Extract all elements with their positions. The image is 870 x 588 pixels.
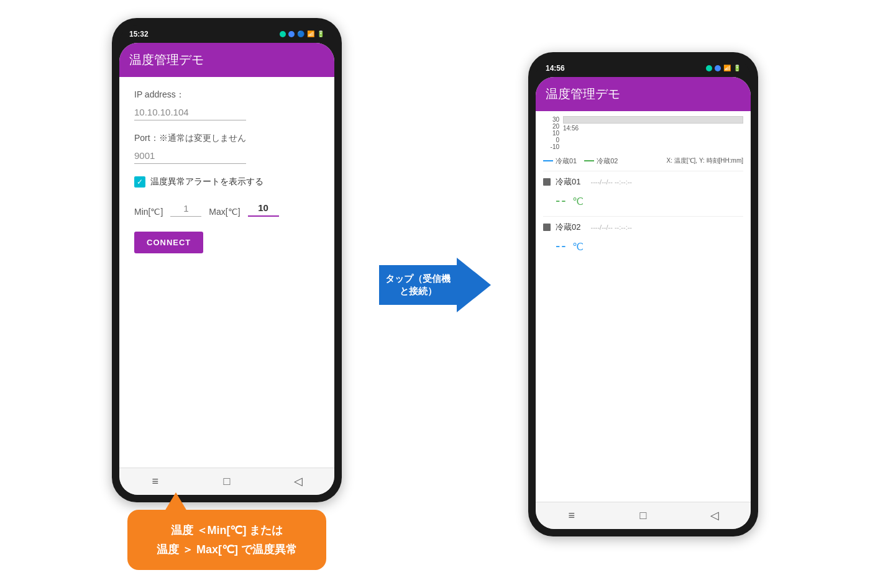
connect-button[interactable]: CONNECT bbox=[134, 232, 203, 253]
grid-cell bbox=[692, 122, 717, 123]
right-app-title: 温度管理デモ bbox=[546, 87, 620, 101]
chart-legend: 冷蔵01 冷蔵02 bbox=[543, 154, 618, 168]
left-status-icons: 🔵 📶 🔋 bbox=[280, 30, 324, 37]
grid-cell bbox=[640, 122, 666, 123]
sensor2-temp-unit: ℃ bbox=[572, 242, 585, 252]
y-label-30: 30 bbox=[543, 116, 559, 123]
sensor2-section: 冷蔵02 ----/--/-- --:--:-- -- ℃ bbox=[543, 216, 743, 261]
status-bluetooth: 🔵 bbox=[297, 30, 304, 37]
right-status-battery: 🔋 bbox=[733, 65, 741, 71]
chart-axis-label: X: 温度[℃], Y: 時刻[HH:mm] bbox=[667, 156, 743, 165]
ip-input[interactable] bbox=[134, 104, 246, 120]
y-axis: 30 20 10 0 -10 bbox=[543, 116, 562, 150]
status-dot-blue bbox=[288, 31, 295, 37]
grid-cell bbox=[564, 122, 589, 123]
min-input[interactable] bbox=[170, 201, 201, 217]
arrow-container: タップ（受信機と接続） bbox=[379, 258, 491, 312]
y-label-20: 20 bbox=[543, 123, 559, 130]
arrow-label: タップ（受信機と接続） bbox=[384, 273, 452, 297]
arrow-body: タップ（受信機と接続） bbox=[379, 265, 457, 305]
y-label-10: 10 bbox=[543, 130, 559, 137]
port-label: Port：※通常は変更しません bbox=[134, 133, 319, 144]
chart-grid bbox=[563, 116, 743, 124]
min-label: Min[℃] bbox=[134, 207, 163, 217]
minmax-row: Min[℃] Max[℃] bbox=[134, 200, 319, 217]
right-status-dot-blue bbox=[715, 65, 721, 71]
sensor1-temp-value: -- bbox=[556, 192, 567, 208]
nav-back-icon[interactable]: ◁ bbox=[289, 474, 308, 488]
grid-cell bbox=[666, 122, 692, 123]
sensor1-section: 冷蔵01 ----/--/-- --:--:-- -- ℃ bbox=[543, 171, 743, 216]
status-wifi: 📶 bbox=[307, 30, 314, 37]
left-section: 15:32 🔵 📶 🔋 温度管理デモ IP address： Port：※通常は… bbox=[112, 18, 342, 570]
grid-cell bbox=[615, 122, 640, 123]
legend-line-blue bbox=[543, 160, 553, 161]
nav-home-icon[interactable]: □ bbox=[218, 475, 236, 488]
y-label-n10: -10 bbox=[543, 143, 559, 150]
right-status-wifi: 📶 bbox=[723, 65, 731, 71]
sensor1-date: ----/--/-- --:--:-- bbox=[590, 178, 632, 186]
sensor1-temp: -- ℃ bbox=[543, 190, 743, 211]
legend-label-2: 冷蔵02 bbox=[597, 156, 618, 166]
left-app-content: IP address： Port：※通常は変更しません ✓ 温度異常アラートを表… bbox=[119, 77, 334, 468]
alert-checkbox-label: 温度異常アラートを表示する bbox=[150, 176, 263, 188]
checkmark-icon: ✓ bbox=[137, 178, 143, 186]
legend-label-1: 冷蔵01 bbox=[556, 156, 577, 166]
sensor2-temp-value: -- bbox=[556, 238, 567, 253]
status-battery: 🔋 bbox=[317, 30, 324, 37]
port-input[interactable] bbox=[134, 148, 246, 164]
grid-cell bbox=[717, 122, 743, 123]
legend-item-1: 冷蔵01 bbox=[543, 156, 577, 166]
callout-bubble: 温度 ＜Min[℃] または温度 ＞ Max[℃] で温度異常 bbox=[127, 510, 326, 570]
left-nav-bar: ≡ □ ◁ bbox=[119, 468, 334, 495]
right-nav-menu-icon[interactable]: ≡ bbox=[562, 509, 581, 522]
right-status-time: 14:56 bbox=[546, 64, 565, 73]
right-nav-bar: ≡ □ ◁ bbox=[536, 502, 751, 529]
right-status-dot-green bbox=[706, 65, 712, 71]
chart-x-start: 14:56 bbox=[563, 125, 579, 132]
checkbox-row: ✓ 温度異常アラートを表示する bbox=[134, 176, 319, 188]
sensor1-icon bbox=[543, 178, 551, 186]
sensor2-icon bbox=[543, 224, 551, 231]
status-dot-green bbox=[280, 31, 286, 37]
arrow-tip bbox=[457, 258, 491, 312]
max-label: Max[℃] bbox=[209, 207, 240, 217]
grid-cell bbox=[589, 122, 615, 123]
right-phone-screen: 温度管理デモ 30 20 10 0 -10 bbox=[536, 77, 751, 529]
sensor1-header: 冷蔵01 ----/--/-- --:--:-- bbox=[543, 176, 743, 188]
alert-checkbox[interactable]: ✓ bbox=[134, 176, 145, 188]
nav-menu-icon[interactable]: ≡ bbox=[146, 475, 165, 488]
sensor1-name: 冷蔵01 bbox=[556, 176, 580, 188]
right-app-header: 温度管理デモ bbox=[536, 77, 751, 111]
ip-field-group: IP address： bbox=[134, 89, 319, 120]
y-label-0: 0 bbox=[543, 137, 559, 143]
right-app-content: 30 20 10 0 -10 bbox=[536, 111, 751, 502]
legend-item-2: 冷蔵02 bbox=[584, 156, 618, 166]
sensor2-date: ----/--/-- --:--:-- bbox=[590, 224, 632, 231]
callout-text: 温度 ＜Min[℃] または温度 ＞ Max[℃] で温度異常 bbox=[142, 521, 311, 559]
sensor2-header: 冷蔵02 ----/--/-- --:--:-- bbox=[543, 222, 743, 233]
left-app-title: 温度管理デモ bbox=[129, 53, 204, 66]
right-phone-frame: 14:56 📶 🔋 温度管理デモ 30 20 10 0 -10 bbox=[528, 52, 758, 536]
middle-section: タップ（受信機と接続） bbox=[379, 258, 491, 331]
right-nav-home-icon[interactable]: □ bbox=[634, 509, 652, 522]
port-field-group: Port：※通常は変更しません bbox=[134, 133, 319, 164]
right-nav-back-icon[interactable]: ◁ bbox=[705, 509, 724, 522]
left-status-bar: 15:32 🔵 📶 🔋 bbox=[119, 25, 334, 43]
right-status-bar: 14:56 📶 🔋 bbox=[536, 60, 751, 77]
sensor2-temp: -- ℃ bbox=[543, 235, 743, 256]
max-input[interactable] bbox=[248, 200, 279, 217]
right-status-icons: 📶 🔋 bbox=[706, 65, 741, 71]
left-phone-screen: 温度管理デモ IP address： Port：※通常は変更しません ✓ 温度異… bbox=[119, 43, 334, 495]
ip-label: IP address： bbox=[134, 89, 319, 101]
sensor2-name: 冷蔵02 bbox=[556, 222, 580, 233]
legend-line-green bbox=[584, 160, 594, 161]
left-app-header: 温度管理デモ bbox=[119, 43, 334, 77]
left-phone-frame: 15:32 🔵 📶 🔋 温度管理デモ IP address： Port：※通常は… bbox=[112, 18, 342, 502]
sensor1-temp-unit: ℃ bbox=[572, 196, 585, 207]
left-status-time: 15:32 bbox=[129, 30, 149, 38]
